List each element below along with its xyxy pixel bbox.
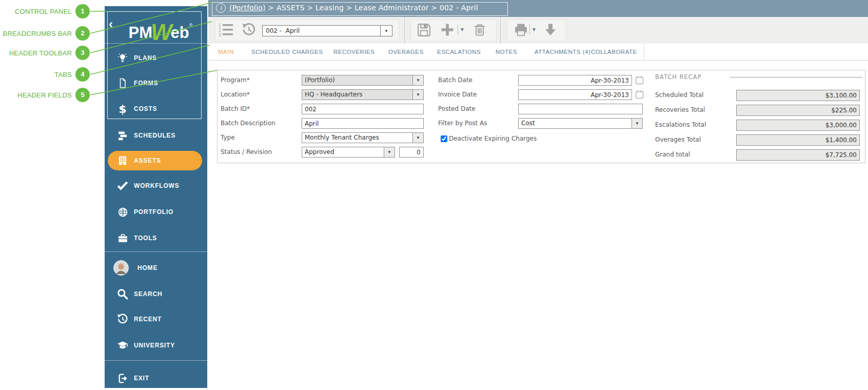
tab-escalations[interactable]: ESCALATIONS [437,48,481,56]
tab-attachments[interactable]: ATTACHMENTS (4) [535,48,590,56]
deactivate-expiring-charges-label: Deactivate Expiring Charges [449,135,537,142]
sidebar-item-label: COSTS [134,105,157,112]
posted-date-field[interactable] [518,104,643,114]
sidebar-divider [105,251,207,252]
tab-main[interactable]: MAIN [218,48,234,56]
search-icon [116,287,129,301]
location-select[interactable]: HQ - Headquarters▼ [302,89,424,100]
filter-by-post-as-select[interactable]: Cost▼ [518,118,643,129]
sidebar-item-exit[interactable]: EXIT [105,368,207,388]
field-label-batch-id: Batch ID* [221,105,250,112]
pmweb-logo: ‹ PMWeb® [105,6,207,43]
field-label-invoice-date: Invoice Date [438,91,477,98]
batch-id-field[interactable] [302,104,424,114]
document-icon [116,76,129,90]
download-icon[interactable] [542,21,559,38]
chevron-down-icon: ▾ [380,26,392,36]
sidebar-item-portfolio[interactable]: PORTFOLIO [105,202,207,222]
sidebar-item-label: HOME [137,264,157,271]
breadcrumb-trail: > ASSETS > Leasing > Lease Administrator… [266,4,478,12]
svg-text:1: 1 [219,24,221,28]
program-value: (Portfolio) [302,75,412,85]
sidebar-divider [105,360,207,361]
annotation-badge-1: 1 [75,4,90,18]
tab-overages[interactable]: OVERAGES [388,48,424,56]
logo-w: W [151,20,172,45]
pmweb-logo-text: PMWeb® [117,14,204,44]
add-icon[interactable] [439,21,456,38]
tab-recoveries[interactable]: RECOVERIES [333,48,374,56]
program-select[interactable]: (Portfolio)▼ [302,75,424,86]
sidebar-item-search[interactable]: SEARCH [105,284,207,304]
record-selector-value: 002 - April [263,26,380,36]
breadcrumb-portfolio-link[interactable]: (Portfolio) [229,4,266,12]
tab-scheduled-charges[interactable]: SCHEDULED CHARGES [251,48,323,56]
sidebar-item-schedules[interactable]: SCHEDULES [105,125,207,146]
sidebar-divider [105,43,207,44]
save-icon[interactable] [415,21,432,38]
sidebar-item-label: UNIVERSITY [134,342,175,349]
calendar-icon[interactable] [635,75,644,87]
bars-icon [116,129,129,142]
pmweb-app: CONTROL PANEL BREADCRUMBS BAR HEADER TOO… [0,0,868,390]
svg-text:3: 3 [219,33,221,37]
sidebar-item-assets[interactable]: ASSETS [105,150,207,171]
sidebar-item-label: SCHEDULES [134,132,175,139]
annotation-label-tabs: TABS [0,71,72,79]
toolbar-separator [500,17,501,44]
deactivate-expiring-charges-checkbox[interactable] [441,135,447,142]
sidebar-item-university[interactable]: UNIVERSITY [105,335,207,356]
delete-icon[interactable] [471,21,488,38]
sidebar-item-label: TOOLS [134,235,157,242]
sidebar-item-tools[interactable]: TOOLS [105,228,207,248]
annotation-badge-2: 2 [75,26,90,41]
recap-label-overages-total: Overages Total [655,136,701,143]
type-value: Monthly Tenant Charges [302,133,412,143]
tab-collaborate[interactable]: COLLABORATE [591,48,637,56]
sidebar-item-plans[interactable]: PLANS [105,48,207,68]
filter-post-as-value: Cost [519,119,632,128]
sidebar-item-forms[interactable]: FORMS [105,73,207,93]
sidebar-item-label: ASSETS [134,157,161,164]
grand-total-value: $7,725.00 [736,149,860,161]
sidebar-item-recent[interactable]: RECENT [105,309,207,329]
batch-description-field[interactable] [302,118,424,129]
annotation-badge-5: 5 [75,88,90,102]
tab-bar-bottom-border [208,60,868,61]
exit-icon [116,372,129,385]
annotation-label-control-panel: CONTROL PANEL [0,8,72,15]
header-toolbar: 123 002 - April ▾ ▼ ▼ [208,17,868,44]
record-selector-dropdown[interactable]: 002 - April ▾ [262,25,392,36]
dollar-icon: $ [116,102,129,115]
batch-date-field[interactable] [518,75,632,86]
globe-icon [116,205,129,219]
calendar-icon[interactable] [635,90,644,101]
status-select[interactable]: Approved▼ [302,147,395,158]
logo-pm: PM [129,24,153,42]
tab-notes[interactable]: NOTES [496,48,517,56]
print-icon[interactable] [512,21,529,38]
sidebar-item-workflows[interactable]: WORKFLOWS [105,176,207,196]
location-value: HQ - Headquarters [302,90,412,100]
sidebar-item-label: WORKFLOWS [134,182,180,189]
add-dropdown-caret[interactable]: ▼ [458,24,465,34]
sidebar-item-costs[interactable]: $ COSTS [105,99,207,119]
info-icon[interactable]: i [216,3,226,13]
tab-bar: MAIN SCHEDULED CHARGES RECOVERIES OVERAG… [208,44,868,60]
revision-field[interactable] [399,147,424,158]
numbered-list-icon[interactable]: 123 [218,21,235,38]
type-select[interactable]: Monthly Tenant Charges▼ [302,132,424,143]
breadcrumb: (Portfolio) > ASSETS > Leasing > Lease A… [229,4,478,12]
tab-bar-divider [644,44,644,60]
sidebar-collapse-icon[interactable]: ‹ [109,16,113,32]
chevron-down-icon: ▼ [412,133,423,143]
print-dropdown-caret[interactable]: ▼ [529,24,537,34]
annotation-label-breadcrumbs-bar: BREADCRUMBS BAR [0,30,72,37]
logo-registered: ® [189,23,193,28]
annotation-label-header-fields: HEADER FIELDS [0,91,72,99]
history-icon[interactable] [240,21,258,38]
invoice-date-field[interactable] [518,89,632,100]
chevron-down-icon: ▼ [412,75,423,85]
sidebar-item-home[interactable]: HOME [105,258,207,278]
field-label-batch-description: Batch Description [221,120,275,127]
